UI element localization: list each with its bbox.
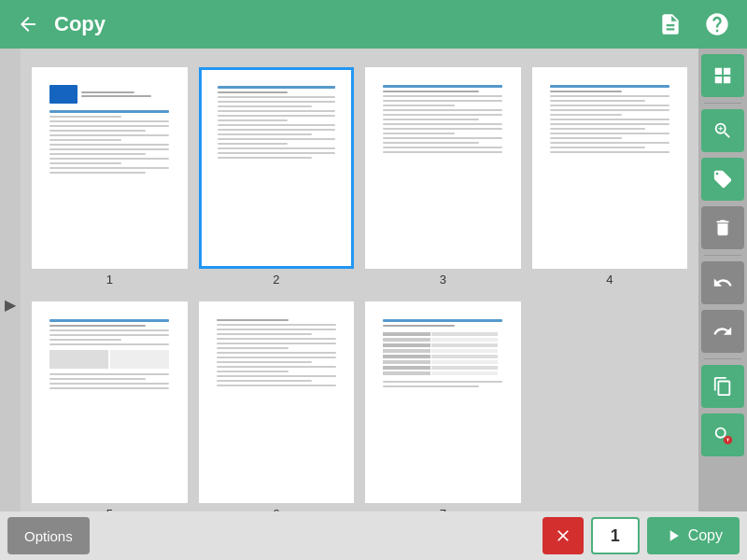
page-2-num: 2	[273, 273, 279, 287]
page-2-item[interactable]: 2	[199, 67, 355, 287]
page-6-item[interactable]: 6	[199, 301, 355, 521]
delete-button[interactable]	[701, 206, 744, 249]
page-1-num: 1	[106, 273, 113, 287]
tag-button[interactable]	[701, 158, 744, 201]
page-2-frame	[199, 67, 355, 269]
page-4-num: 4	[606, 273, 613, 287]
thumbnail-content: 1	[21, 49, 698, 560]
copy-button[interactable]: Copy	[647, 517, 740, 554]
back-button[interactable]	[11, 7, 45, 41]
search-edit-button[interactable]	[701, 413, 744, 456]
page-5-frame	[32, 301, 188, 503]
right-toolbar	[698, 49, 747, 560]
redo-button[interactable]	[701, 310, 744, 353]
toolbar-divider-1	[704, 103, 741, 104]
help-button[interactable]	[698, 6, 736, 43]
toolbar-divider-3	[704, 358, 741, 359]
page-1-item[interactable]: 1	[32, 67, 188, 287]
app-header: Copy	[0, 0, 747, 49]
page-title: Copy	[54, 12, 642, 36]
page-4-frame	[532, 67, 688, 269]
undo-button[interactable]	[701, 261, 744, 304]
expand-arrow: ▶	[5, 296, 16, 314]
zoom-button[interactable]	[701, 109, 744, 152]
copy-button-label: Copy	[688, 527, 723, 544]
page-7-frame	[365, 301, 521, 503]
cancel-button[interactable]	[543, 517, 584, 554]
page-6-frame	[199, 301, 355, 503]
toolbar-divider-2	[704, 255, 741, 256]
new-doc-button[interactable]	[652, 6, 689, 43]
copy-pages-button[interactable]	[701, 365, 744, 408]
page-7-item[interactable]: 7	[365, 301, 521, 521]
copy-count: 1	[591, 517, 640, 554]
grid-view-button[interactable]	[701, 54, 744, 97]
options-button[interactable]: Options	[7, 517, 90, 554]
page-4-item[interactable]: 4	[532, 67, 688, 287]
page-5-item[interactable]: 5	[32, 301, 188, 521]
thumbnail-grid: 1	[28, 60, 691, 528]
left-panel-toggle[interactable]: ▶	[0, 49, 21, 560]
page-1-frame	[32, 67, 188, 269]
bottom-bar: Options 1 Copy	[0, 511, 747, 560]
page-3-item[interactable]: 3	[365, 67, 521, 287]
page-3-frame	[365, 67, 521, 269]
main-layout: ▶	[0, 49, 747, 560]
page-3-num: 3	[440, 273, 446, 287]
